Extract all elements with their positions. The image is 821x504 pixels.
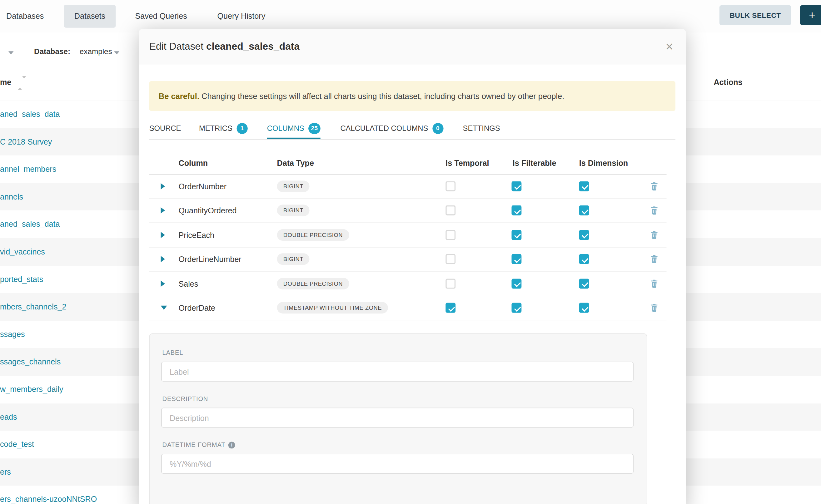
is-dimension-checkbox[interactable] [579, 303, 589, 313]
data-type-header: Data Type [277, 152, 314, 174]
tab-label: CALCULATED COLUMNS [340, 124, 428, 132]
column-name: PriceEach [179, 230, 215, 239]
chevron-down-icon[interactable] [114, 51, 119, 54]
dataset-link[interactable]: eads [0, 412, 17, 421]
is-dimension-checkbox[interactable] [579, 254, 589, 264]
is-filterable-checkbox[interactable] [512, 303, 522, 313]
dataset-link[interactable]: ssages_channels [0, 357, 61, 366]
column-row: OrderLineNumber BIGINT [149, 247, 667, 272]
expand-caret-icon[interactable] [161, 280, 165, 287]
is-filterable-checkbox[interactable] [512, 230, 522, 240]
tab-calculated-columns[interactable]: CALCULATED COLUMNS0 [340, 118, 443, 139]
dataset-link[interactable]: aned_sales_data [0, 109, 60, 118]
is-dimension-checkbox[interactable] [579, 181, 589, 191]
delete-column-button[interactable] [650, 230, 658, 239]
dataset-link[interactable]: vid_vaccines [0, 247, 45, 256]
nav-tab-databases[interactable]: Databases [6, 5, 44, 28]
delete-column-button[interactable] [650, 206, 658, 215]
is-temporal-checkbox[interactable] [446, 230, 456, 240]
expand-caret-icon[interactable] [161, 183, 165, 189]
nav-tab-query-history[interactable]: Query History [217, 5, 265, 28]
data-type-pill: DOUBLE PRECISION [277, 229, 349, 241]
tab-badge: 1 [236, 123, 247, 134]
sort-icon[interactable] [18, 78, 26, 88]
column-row: PriceEach DOUBLE PRECISION [149, 223, 667, 247]
dataset-link[interactable]: ers_channels-uzooNNtSRO [0, 495, 97, 503]
is-dimension-header: Is Dimension [579, 152, 628, 174]
modal-title: Edit Dataset cleaned_sales_data [149, 29, 300, 64]
dataset-link[interactable]: ported_stats [0, 274, 43, 283]
dataset-link[interactable]: annels [0, 192, 23, 201]
is-dimension-checkbox[interactable] [579, 230, 589, 240]
label-input[interactable] [161, 362, 634, 382]
top-nav: Databases Datasets Saved Queries Query H… [0, 0, 821, 33]
dataset-link[interactable]: aned_sales_data [0, 220, 60, 228]
data-type-pill: TIMESTAMP WITHOUT TIME ZONE [277, 302, 388, 314]
delete-column-button[interactable] [650, 304, 658, 312]
delete-column-button[interactable] [650, 182, 658, 190]
info-icon[interactable]: i [228, 442, 235, 449]
nav-tab-saved-queries[interactable]: Saved Queries [135, 5, 187, 28]
nav-tab-datasets[interactable]: Datasets [64, 5, 116, 28]
tab-badge: 25 [308, 123, 320, 134]
data-type-pill: DOUBLE PRECISION [277, 278, 349, 289]
column-name: QuantityOrdered [179, 206, 237, 215]
is-filterable-header: Is Filterable [513, 152, 557, 174]
trash-icon [650, 255, 658, 264]
is-filterable-checkbox[interactable] [512, 254, 522, 264]
dataset-link[interactable]: w_members_daily [0, 385, 63, 393]
delete-column-button[interactable] [650, 255, 658, 264]
database-filter-value[interactable]: examples [80, 47, 112, 56]
close-icon[interactable]: × [662, 29, 677, 64]
tab-label: SOURCE [149, 124, 181, 132]
is-dimension-checkbox[interactable] [579, 279, 589, 289]
datetime-format-input[interactable] [161, 454, 634, 474]
is-temporal-checkbox[interactable] [446, 181, 456, 191]
is-filterable-checkbox[interactable] [512, 181, 522, 191]
warning-banner-text: Changing these settings will affect all … [199, 91, 564, 100]
label-field-label: LABEL [162, 349, 183, 356]
name-column-header: me [0, 64, 11, 100]
is-filterable-checkbox[interactable] [512, 279, 522, 289]
dataset-link[interactable]: annel_members [0, 165, 56, 173]
is-temporal-checkbox[interactable] [446, 254, 456, 264]
tab-badge: 0 [433, 123, 443, 134]
is-filterable-checkbox[interactable] [512, 205, 522, 215]
expand-caret-icon[interactable] [161, 207, 165, 214]
expand-caret-icon[interactable] [161, 232, 165, 238]
dataset-link[interactable]: C 2018 Survey [0, 137, 52, 146]
is-temporal-checkbox[interactable] [446, 303, 456, 313]
delete-column-button[interactable] [650, 279, 658, 288]
column-row: Sales DOUBLE PRECISION [149, 272, 667, 296]
columns-table-header: Column Data Type Is Temporal Is Filterab… [149, 152, 667, 175]
column-row: OrderDate TIMESTAMP WITHOUT TIME ZONE [149, 296, 667, 320]
description-field-label: DESCRIPTION [162, 395, 208, 402]
dataset-link[interactable]: ssages [0, 330, 25, 338]
column-row: QuantityOrdered BIGINT [149, 199, 667, 223]
tab-settings[interactable]: SETTINGS [463, 118, 500, 139]
is-dimension-checkbox[interactable] [579, 205, 589, 215]
tab-metrics[interactable]: METRICS1 [199, 118, 248, 139]
column-name: Sales [179, 279, 198, 288]
tab-columns[interactable]: COLUMNS25 [267, 118, 320, 139]
dataset-link[interactable]: code_test [0, 440, 34, 448]
is-temporal-checkbox[interactable] [446, 279, 456, 289]
description-input[interactable] [161, 408, 634, 428]
chevron-down-icon[interactable] [8, 51, 14, 54]
dataset-link[interactable]: mbers_channels_2 [0, 302, 66, 311]
bulk-select-button[interactable]: BULK SELECT [720, 5, 791, 25]
add-dataset-button[interactable]: + [800, 5, 821, 25]
collapse-caret-icon[interactable] [161, 306, 167, 310]
modal-header: Edit Dataset cleaned_sales_data × [139, 29, 686, 64]
expand-caret-icon[interactable] [161, 256, 165, 262]
column-name: OrderNumber [179, 182, 227, 190]
is-temporal-checkbox[interactable] [446, 205, 456, 215]
column-name: OrderDate [179, 304, 215, 312]
dataset-link[interactable]: ers [0, 467, 11, 476]
trash-icon [650, 304, 658, 312]
tab-source[interactable]: SOURCE [149, 118, 181, 139]
datetime-format-label: DATETIME FORMATi [162, 441, 235, 448]
tab-label: COLUMNS [267, 124, 304, 132]
warning-banner: Be careful. Changing these settings will… [149, 81, 675, 111]
trash-icon [650, 279, 658, 288]
